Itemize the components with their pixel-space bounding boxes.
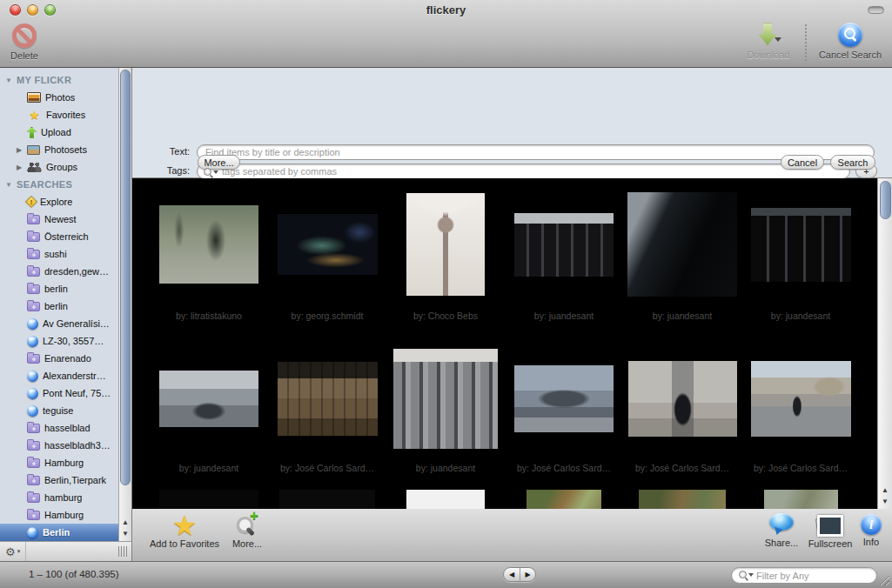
download-button[interactable]: Download bbox=[737, 23, 800, 60]
scroll-up-icon[interactable]: ▲ bbox=[882, 484, 889, 496]
photo-thumbnail[interactable] bbox=[406, 490, 485, 509]
scroll-up-icon[interactable]: ▲ bbox=[122, 517, 129, 528]
sidebar-item[interactable]: ▶ Hamburg bbox=[0, 506, 118, 524]
more-button[interactable]: + More... bbox=[230, 514, 265, 549]
disclosure-triangle-icon[interactable]: ▼ bbox=[5, 77, 17, 84]
tags-search-input[interactable] bbox=[197, 164, 850, 179]
photo-cell[interactable]: by: juandesant bbox=[505, 178, 623, 335]
photo-thumbnail[interactable] bbox=[526, 490, 601, 509]
sidebar-item[interactable]: ▶ Enarenado bbox=[0, 350, 118, 367]
search-button[interactable]: Search bbox=[830, 155, 875, 170]
sidebar-item[interactable]: ▶ Upload bbox=[0, 124, 118, 141]
previous-page-button[interactable]: ◀ bbox=[504, 568, 520, 581]
sidebar-item[interactable]: ▶ LZ-30, 3557… bbox=[0, 332, 118, 350]
delete-button[interactable]: Delete bbox=[3, 23, 45, 61]
sidebar-item[interactable]: ▶ teguise bbox=[0, 402, 118, 419]
scroll-down-icon[interactable]: ▼ bbox=[122, 528, 129, 539]
photo-thumbnail[interactable] bbox=[393, 349, 498, 449]
photo-thumbnail[interactable] bbox=[628, 361, 737, 437]
photo-cell[interactable]: by: juandesant bbox=[741, 178, 860, 335]
sidebar-item[interactable]: ▶ Newest bbox=[0, 210, 118, 228]
sidebar-scrollbar-thumb[interactable] bbox=[120, 70, 131, 485]
photo-cell[interactable]: by: José Carlos Sard… bbox=[268, 335, 386, 487]
photo-thumbnail[interactable] bbox=[514, 365, 614, 432]
photo-cell[interactable]: by: juandesant bbox=[623, 178, 741, 335]
sidebar-item[interactable]: ▶ Av Generalísi… bbox=[0, 315, 118, 332]
photo-cell[interactable]: by: José Carlos Sard… bbox=[505, 335, 623, 487]
sidebar-item-label: Hamburg bbox=[44, 458, 84, 468]
disclosure-triangle-icon[interactable]: ▶ bbox=[17, 146, 27, 154]
photo-cell[interactable] bbox=[505, 487, 623, 509]
sidebar-item[interactable]: ▶ Groups bbox=[0, 158, 118, 176]
photo-cell[interactable] bbox=[268, 487, 386, 509]
download-arrow-icon bbox=[755, 23, 781, 47]
sidebar-item[interactable]: ▶ hasselblad bbox=[0, 419, 118, 437]
sidebar-item[interactable]: ▶ Alexanderstr… bbox=[0, 367, 118, 384]
fullscreen-button[interactable]: Fullscreen bbox=[802, 513, 858, 549]
content-scrollbar[interactable]: ▲ ▼ bbox=[877, 178, 892, 509]
photo-cell[interactable] bbox=[386, 487, 505, 509]
sidebar-scrollbar[interactable]: ▲ ▼ bbox=[118, 68, 131, 541]
share-button[interactable]: Share... bbox=[761, 513, 801, 548]
photo-cell[interactable] bbox=[623, 487, 741, 509]
disclosure-triangle-icon[interactable]: ▶ bbox=[17, 164, 27, 171]
photo-cell[interactable]: by: José Carlos Sard… bbox=[623, 335, 741, 487]
photo-cell[interactable]: by: juandesant bbox=[386, 335, 505, 487]
add-to-favorites-button[interactable]: ★ Add to Favorites bbox=[143, 514, 226, 549]
sidebar-item[interactable]: ▶ hasselbladh3… bbox=[0, 437, 118, 454]
photo-thumbnail[interactable] bbox=[751, 361, 851, 437]
smart-folder-icon bbox=[27, 354, 40, 364]
photo-cell[interactable]: by: José Carlos Sard… bbox=[741, 335, 860, 487]
filter-field-wrap bbox=[731, 567, 877, 584]
sidebar-item[interactable]: ▶ ★ Favorites bbox=[0, 106, 118, 124]
text-search-input[interactable] bbox=[197, 144, 875, 160]
cancel-search-button[interactable]: Cancel Search bbox=[810, 23, 890, 60]
sidebar-item[interactable]: ▶ berlin bbox=[0, 297, 118, 315]
content-scrollbar-thumb[interactable] bbox=[880, 181, 891, 219]
sidebar-item[interactable]: ▶ Photosets bbox=[0, 141, 118, 158]
photo-thumbnail[interactable] bbox=[159, 205, 258, 284]
sidebar-item[interactable]: ▶ Photos bbox=[0, 89, 118, 106]
photo-thumbnail[interactable] bbox=[159, 490, 258, 509]
photo-thumbnail[interactable] bbox=[406, 193, 485, 296]
photo-thumbnail[interactable] bbox=[764, 490, 838, 509]
photo-cell[interactable]: by: Choco Bebs bbox=[386, 178, 505, 335]
photo-thumbnail[interactable] bbox=[278, 362, 378, 436]
sidebar-item[interactable]: ▶ Pont Neuf, 75… bbox=[0, 384, 118, 402]
sidebar-item[interactable]: ▶ sushi bbox=[0, 245, 118, 263]
sidebar-item[interactable]: ▶ Österreich bbox=[0, 228, 118, 245]
photo-thumbnail[interactable] bbox=[514, 213, 614, 277]
toolbar-toggle-button[interactable] bbox=[868, 6, 884, 14]
tags-search-magnifier-icon[interactable] bbox=[204, 168, 218, 178]
sidebar-resize-handle[interactable] bbox=[118, 546, 127, 557]
filter-magnifier-icon[interactable] bbox=[739, 571, 753, 581]
upload-arrow-icon bbox=[27, 127, 37, 138]
window-resize-grip[interactable] bbox=[878, 574, 889, 585]
sidebar-item[interactable]: ▶ Explore bbox=[0, 193, 118, 210]
photo-thumbnail[interactable] bbox=[159, 371, 258, 427]
sidebar-item[interactable]: ▶ berlin bbox=[0, 280, 118, 297]
cancel-button[interactable]: Cancel bbox=[781, 155, 824, 170]
sidebar-item[interactable]: ▶ Hamburg bbox=[0, 454, 118, 471]
sidebar-footer: ⚙ ▾ bbox=[0, 541, 132, 561]
photo-cell[interactable]: by: litratistakuno bbox=[150, 178, 268, 335]
photo-thumbnail[interactable] bbox=[279, 490, 375, 509]
info-button[interactable]: i Info bbox=[858, 514, 884, 547]
disclosure-triangle-icon[interactable]: ▼ bbox=[5, 181, 17, 189]
sidebar-item[interactable]: ▶ Berlin bbox=[0, 524, 118, 541]
photo-thumbnail[interactable] bbox=[278, 214, 378, 275]
photo-cell[interactable] bbox=[150, 487, 268, 509]
sidebar-item[interactable]: ▶ hamburg bbox=[0, 489, 118, 506]
photo-cell[interactable]: by: georg.schmidt bbox=[268, 178, 386, 335]
sidebar-item[interactable]: ▶ dresden,gew… bbox=[0, 263, 118, 280]
photo-cell[interactable]: by: juandesant bbox=[150, 335, 268, 487]
sidebar-item[interactable]: ▶ Berlin,Tierpark bbox=[0, 471, 118, 489]
photo-cell[interactable] bbox=[741, 487, 860, 509]
next-page-button[interactable]: ▶ bbox=[520, 568, 535, 581]
scroll-down-icon[interactable]: ▼ bbox=[882, 496, 889, 507]
smart-folder-icon bbox=[27, 232, 40, 242]
photo-thumbnail[interactable] bbox=[639, 490, 726, 509]
action-gear-button[interactable]: ⚙ ▾ bbox=[0, 542, 26, 561]
photo-thumbnail[interactable] bbox=[627, 192, 737, 297]
photo-thumbnail[interactable] bbox=[751, 208, 851, 282]
